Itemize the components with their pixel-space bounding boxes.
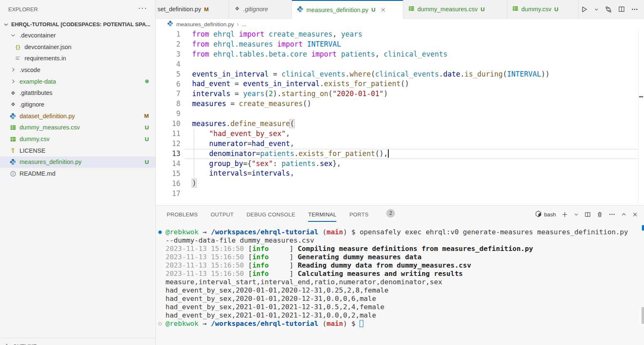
editor-more-actions-icon[interactable]: [631, 6, 638, 13]
tree-item--devcontainer[interactable]: .devcontainer: [0, 30, 155, 41]
chevron-down-icon: [3, 22, 9, 27]
code-line: had_event = events_in_interval.exists_fo…: [192, 79, 550, 89]
tab-label: dummy_measures.csv: [417, 6, 478, 12]
line-number: 10: [156, 119, 180, 129]
tree-item-label: LICENSE: [20, 147, 45, 154]
tree-item--vscode[interactable]: .vscode: [0, 64, 155, 76]
terminal-line: --dummy-data-file dummy_measures.csv: [156, 236, 644, 245]
breadcrumb-separator: ›: [237, 21, 239, 27]
tree-item-label: example-data: [20, 78, 56, 85]
terminal-line: had_event_by_sex,2021-01-01,2021-12-31,0…: [156, 311, 644, 320]
breadcrumb[interactable]: measures_definition.py › ...: [156, 19, 644, 30]
explorer-more-actions-icon[interactable]: ···: [138, 3, 147, 12]
split-terminal-button[interactable]: [585, 211, 591, 218]
git-icon: [9, 101, 17, 107]
tab-bar: set_definition.pyM.gitignoremeasures_def…: [156, 0, 644, 19]
code-line: ): [192, 179, 550, 189]
tree-item-label: devcontainer.json: [25, 44, 72, 50]
vscode-window: EXPLORER ··· EHRQL-TUTORIAL [CODESPACES:…: [0, 0, 644, 345]
tree-item-dummy-measures-csv[interactable]: dummy_measures.csvU: [0, 122, 155, 134]
terminal-line: had_event_by_sex,2021-01-01,2021-12-31,0…: [156, 303, 644, 311]
git-status-badge: U: [145, 124, 149, 131]
table-icon: [512, 5, 518, 13]
python-icon: [167, 20, 173, 28]
git-status-badge: U: [145, 159, 149, 165]
panel-actions: bash: [535, 211, 644, 218]
panel-tab-debug-console[interactable]: DEBUG CONSOLE: [247, 209, 295, 220]
breadcrumb-more[interactable]: ...: [242, 21, 247, 27]
maximize-panel-chevron-up-icon[interactable]: [621, 212, 627, 217]
shell-label: bash: [544, 211, 556, 218]
tab--gitignore[interactable]: .gitignore: [229, 0, 292, 18]
panel-tab-output[interactable]: OUTPUT: [211, 209, 234, 220]
python-icon: [9, 159, 17, 165]
tab-measures-definition-py[interactable]: measures_definition.pyU: [292, 0, 403, 19]
terminal-command-decoration[interactable]: [158, 322, 162, 325]
terminal-line: had_event_by_sex,2020-01-01,2020-12-31,0…: [156, 286, 644, 295]
line-number: 8: [156, 99, 180, 109]
tree-item-license[interactable]: LICENSE: [0, 145, 155, 156]
python-icon: [297, 6, 303, 14]
new-terminal-button[interactable]: [562, 211, 568, 218]
outline-section-header[interactable]: OUTLINE: [0, 338, 155, 345]
code-line: denominator=patients.exists_for_patient(…: [192, 149, 550, 159]
tree-item-measures-definition-py[interactable]: measures_definition.pyU: [0, 156, 155, 168]
overview-ruler[interactable]: [638, 30, 644, 205]
code-line: from ehrql.tables.beta.core import patie…: [192, 50, 550, 60]
close-panel-icon[interactable]: [632, 212, 638, 217]
tree-item-dataset-definition-py[interactable]: dataset_definition.pyM: [0, 110, 155, 122]
editor-zone: set_definition.pyM.gitignoremeasures_def…: [156, 0, 644, 345]
bash-icon: [535, 211, 542, 218]
panel-header: PROBLEMSOUTPUTDEBUG CONSOLETERMINALPORTS…: [156, 206, 644, 223]
line-number: 1: [156, 30, 180, 40]
tree-item-label: dummy_measures.csv: [20, 124, 80, 131]
table-icon: [9, 124, 17, 131]
open-changes-icon[interactable]: [605, 6, 612, 13]
terminal-dropdown-chevron-icon[interactable]: [574, 212, 579, 217]
tab-git-status-badge: M: [204, 6, 209, 12]
workspace-root-row[interactable]: EHRQL-TUTORIAL [CODESPACES: POTENTIAL SP…: [0, 18, 155, 30]
terminal-command-decoration[interactable]: [158, 231, 162, 234]
tab-label: measures_definition.py: [306, 7, 368, 13]
close-tab-icon[interactable]: [380, 7, 386, 12]
line-number: 3: [156, 50, 180, 60]
ports-count-badge[interactable]: 2: [386, 209, 395, 218]
terminal-output[interactable]: @rebkwok → /workspaces/ehrql-tutorial (m…: [156, 225, 644, 345]
tree-item--gitignore[interactable]: .gitignore: [0, 99, 155, 110]
code-line: measures.define_measure(: [192, 119, 550, 129]
panel-more-actions-icon[interactable]: [609, 211, 615, 218]
tree-item-label: dummy.csv: [20, 136, 49, 142]
terminal-scrollbar[interactable]: [642, 307, 644, 324]
key-icon: [9, 148, 17, 154]
tree-item-devcontainer-json[interactable]: { }devcontainer.json: [0, 41, 155, 53]
tab-label: .gitignore: [243, 6, 268, 12]
tree-item-readme-md[interactable]: README.md: [0, 168, 155, 179]
tab-dummy-measures-csv[interactable]: dummy_measures.csvU: [403, 0, 507, 18]
tree-item-dummy-csv[interactable]: dummy.csvU: [0, 133, 155, 145]
tree-item--gitattributes[interactable]: .gitattributes: [0, 87, 155, 99]
tab-set-definition-py[interactable]: set_definition.pyM: [156, 0, 229, 18]
tree-item-requirements-in[interactable]: requirements.in: [0, 52, 155, 64]
code-line: [192, 189, 550, 199]
tree-item-label: dataset_definition.py: [20, 113, 75, 119]
panel-tab-terminal[interactable]: TERMINAL: [308, 209, 336, 220]
list-icon: [14, 55, 22, 61]
code-editor[interactable]: 1234567891011121314151617 from ehrql imp…: [156, 30, 644, 205]
panel-tab-ports[interactable]: PORTS: [349, 209, 368, 220]
breadcrumb-file[interactable]: measures_definition.py: [176, 21, 234, 27]
terminal-shell-picker[interactable]: bash: [535, 211, 556, 218]
explorer-sidebar: EXPLORER ··· EHRQL-TUTORIAL [CODESPACES:…: [0, 0, 156, 345]
tree-item-label: .gitignore: [20, 101, 44, 108]
run-dropdown-chevron-icon[interactable]: [594, 7, 599, 12]
panel-tab-problems[interactable]: PROBLEMS: [167, 209, 198, 220]
tree-item-example-data[interactable]: example-data: [0, 76, 155, 87]
run-python-file-button[interactable]: [581, 6, 588, 13]
tab-git-status-badge: U: [371, 7, 375, 13]
line-number: 2: [156, 40, 180, 50]
table-icon: [408, 5, 415, 13]
kill-terminal-button[interactable]: [597, 211, 603, 218]
split-editor-button[interactable]: [618, 6, 625, 12]
tree-item-label: .devcontainer: [20, 32, 56, 39]
line-number: 6: [156, 79, 180, 89]
tab-dummy-csv[interactable]: dummy.csvU: [507, 0, 579, 18]
